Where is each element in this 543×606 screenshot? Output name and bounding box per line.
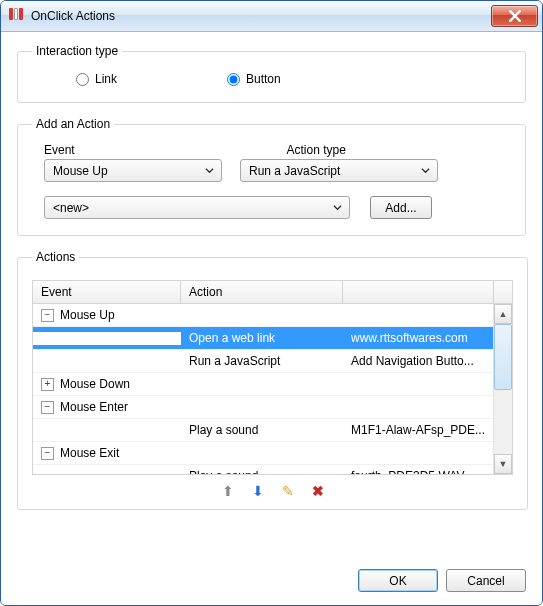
app-icon <box>9 8 25 24</box>
add-action-legend: Add an Action <box>32 117 114 131</box>
collapse-icon[interactable]: − <box>41 401 54 414</box>
add-button[interactable]: Add... <box>370 196 432 219</box>
scroll-thumb[interactable] <box>494 324 512 390</box>
radio-link-input[interactable] <box>76 73 89 86</box>
actions-table: Event Action −Mouse UpOpen a web linkwww… <box>32 280 513 475</box>
actions-table-body: −Mouse UpOpen a web linkwww.rttsoftwares… <box>33 304 493 474</box>
table-row[interactable]: −Mouse Exit <box>33 442 493 465</box>
row-value-label: www.rttsoftwares.com <box>343 331 493 345</box>
table-row[interactable]: Run a JavaScriptAdd Navigation Butto... <box>33 350 493 373</box>
expand-icon[interactable]: + <box>41 378 54 391</box>
table-row[interactable]: Open a web linkwww.rttsoftwares.com <box>33 327 493 350</box>
row-value-label: fourth_PDE3D5.WAV <box>343 469 493 474</box>
interaction-type-legend: Interaction type <box>32 44 122 58</box>
add-action-group: Add an Action Event Action type Mouse Up… <box>17 117 526 236</box>
actions-group: Actions Event Action −Mouse UpOpen a web… <box>17 250 528 510</box>
collapse-icon[interactable]: − <box>41 309 54 322</box>
ok-button[interactable]: OK <box>358 569 438 592</box>
table-row[interactable]: −Mouse Enter <box>33 396 493 419</box>
row-value-label: Add Navigation Butto... <box>343 354 493 368</box>
actions-legend: Actions <box>32 250 79 264</box>
move-up-button[interactable]: ⬆ <box>220 483 236 499</box>
table-row[interactable]: −Mouse Up <box>33 304 493 327</box>
radio-button-input[interactable] <box>227 73 240 86</box>
row-action-label: Open a web link <box>181 331 343 345</box>
row-action-label: Play a sound <box>181 423 343 437</box>
event-select-value: Mouse Up <box>53 164 108 178</box>
row-value-label: M1F1-Alaw-AFsp_PDE... <box>343 423 493 437</box>
collapse-icon[interactable]: − <box>41 447 54 460</box>
action-type-label: Action type <box>287 143 512 157</box>
chevron-down-icon <box>333 203 343 212</box>
col-header-event[interactable]: Event <box>33 281 181 303</box>
row-action-label: Play a sound <box>181 469 343 474</box>
row-event-label: Mouse Up <box>60 308 115 322</box>
dialog-window: OnClick Actions Interaction type Link Bu… <box>0 0 543 606</box>
interaction-type-group: Interaction type Link Button <box>17 44 526 103</box>
event-label: Event <box>44 143 269 157</box>
script-select[interactable]: <new> <box>44 196 350 219</box>
chevron-down-icon <box>421 166 431 175</box>
scroll-track[interactable] <box>494 390 512 454</box>
action-type-select-value: Run a JavaScript <box>249 164 340 178</box>
row-action-label: Run a JavaScript <box>181 354 343 368</box>
move-down-button[interactable]: ⬇ <box>250 483 266 499</box>
close-icon <box>509 10 521 22</box>
row-event-label: Mouse Exit <box>60 446 119 460</box>
scroll-up-button[interactable]: ▲ <box>494 304 512 324</box>
radio-link[interactable]: Link <box>76 72 117 86</box>
actions-toolbar: ⬆ ⬇ ✎ ✖ <box>32 483 513 499</box>
actions-table-header: Event Action <box>32 280 513 304</box>
row-event-label: Mouse Enter <box>60 400 128 414</box>
scroll-down-button[interactable]: ▼ <box>494 454 512 474</box>
dialog-buttons: OK Cancel <box>358 569 526 592</box>
script-select-value: <new> <box>53 201 89 215</box>
col-header-scroll <box>494 281 512 303</box>
close-button[interactable] <box>491 5 538 27</box>
edit-button[interactable]: ✎ <box>280 483 296 499</box>
table-row[interactable]: +Mouse Down <box>33 373 493 396</box>
vertical-scrollbar[interactable]: ▲ ▼ <box>493 304 512 474</box>
row-event-label: Mouse Down <box>60 377 130 391</box>
cancel-button[interactable]: Cancel <box>446 569 526 592</box>
radio-button-label: Button <box>246 72 281 86</box>
radio-button[interactable]: Button <box>227 72 281 86</box>
event-select[interactable]: Mouse Up <box>44 159 222 182</box>
window-title: OnClick Actions <box>31 9 491 23</box>
col-header-value[interactable] <box>343 281 494 303</box>
chevron-down-icon <box>205 166 215 175</box>
dialog-client: Interaction type Link Button Add an Acti… <box>1 32 542 606</box>
action-type-select[interactable]: Run a JavaScript <box>240 159 438 182</box>
delete-button[interactable]: ✖ <box>310 483 326 499</box>
col-header-action[interactable]: Action <box>181 281 343 303</box>
table-row[interactable]: Play a soundM1F1-Alaw-AFsp_PDE... <box>33 419 493 442</box>
radio-link-label: Link <box>95 72 117 86</box>
title-bar[interactable]: OnClick Actions <box>1 1 542 32</box>
table-row[interactable]: Play a soundfourth_PDE3D5.WAV <box>33 465 493 474</box>
